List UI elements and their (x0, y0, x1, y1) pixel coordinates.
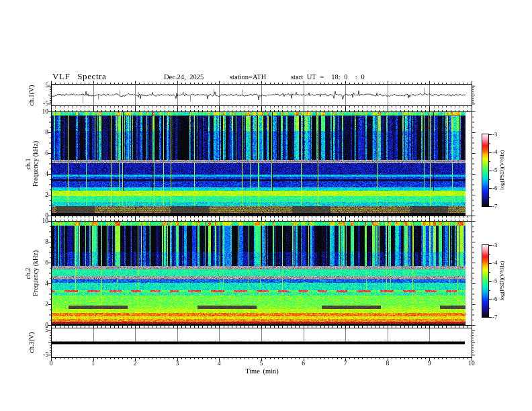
spec1-y-tick-label: 6 (36, 150, 48, 156)
figure-title: VLF Spectra (52, 71, 106, 82)
spec2-y-tick-label: 2 (36, 301, 48, 308)
ch1-y-tick-label: 5 (36, 82, 48, 89)
x-tick-label: 3 (171, 360, 184, 367)
ch3-voltage-axis-label: ch.3(V) (28, 332, 35, 353)
x-tick-label: 6 (297, 360, 310, 367)
spec1-y-tick-label: 4 (36, 171, 48, 177)
x-tick-label: 5 (255, 360, 268, 367)
header-date: Dec.24, 2025 (164, 73, 204, 81)
x-tick-label: 4 (212, 360, 226, 367)
x-tick-label: 8 (381, 360, 394, 367)
colorbar2-tick-label: -7 (492, 314, 498, 320)
x-tick-label: 10 (465, 360, 478, 367)
colorbar1-tick-label: -4 (492, 148, 498, 155)
spec2-y-tick-label: 0 (36, 322, 48, 328)
x-tick-label: 1 (87, 360, 100, 367)
x-tick-label: 7 (339, 360, 352, 367)
ch1-voltage-axis-label: ch.1(V) (28, 85, 35, 106)
vlf-spectra-figure: VLF Spectra Dec.24, 2025 station=ATH sta… (0, 0, 532, 411)
spectra-plot-canvas (0, 0, 532, 411)
colorbar2-tick-label: -3 (492, 242, 498, 248)
ch1-frequency-axis-label: ch.1 Frequency (kHz) (24, 141, 39, 187)
ch3-y-tick-label: -5 (36, 351, 48, 358)
colorbar2-tick-label: -5 (492, 277, 498, 284)
spec2-y-tick-label: 6 (36, 259, 48, 266)
ch2-frequency-axis-label: ch.2 Frequency (kHz) (24, 250, 39, 296)
spec2-y-tick-label: 10 (36, 218, 48, 224)
colorbar1-axis-label: log(PSD)(V²/Hz) (499, 150, 506, 190)
spec2-y-tick-label: 8 (36, 238, 48, 245)
header-station: station=ATH (230, 73, 266, 81)
ch1-y-tick-label: -5 (36, 100, 48, 107)
colorbar2-tick-label: -6 (492, 295, 498, 302)
x-tick-label: 9 (423, 360, 436, 367)
colorbar2-axis-label: log(PSD)(V²/Hz) (499, 261, 506, 301)
colorbar1-tick-label: -5 (492, 167, 498, 173)
x-tick-label: 0 (44, 360, 58, 367)
colorbar1-tick-label: -6 (492, 185, 498, 191)
spec1-y-tick-label: 10 (36, 108, 48, 115)
colorbar1-tick-label: -7 (492, 203, 498, 210)
x-axis-title: Time (min) (243, 367, 281, 375)
spec1-y-tick-label: 2 (36, 191, 48, 198)
colorbar2-tick-label: -4 (492, 259, 498, 266)
spec2-y-tick-label: 4 (36, 280, 48, 287)
colorbar1-tick-label: -3 (492, 131, 498, 138)
header-start-ut: start UT = 18: 0 : 0 (291, 73, 365, 81)
spec1-y-tick-label: 8 (36, 129, 48, 136)
x-tick-label: 2 (128, 360, 142, 367)
